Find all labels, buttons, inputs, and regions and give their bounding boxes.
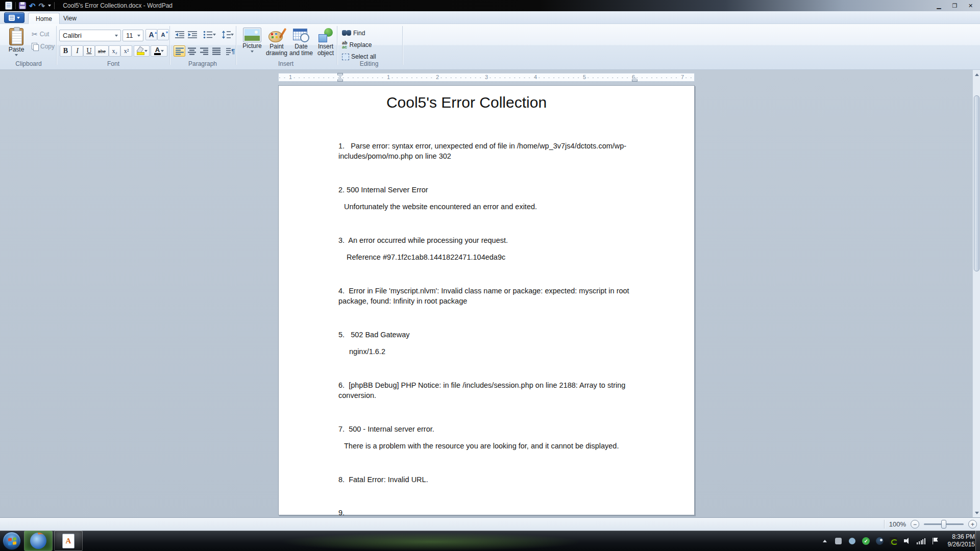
tab-home[interactable]: Home	[28, 13, 60, 24]
object-icon	[317, 28, 334, 42]
show-desktop-button[interactable]	[975, 531, 980, 551]
chevron-down-icon	[17, 17, 20, 19]
zoom-in-button[interactable]: +	[968, 520, 977, 529]
increase-indent-button[interactable]	[186, 29, 198, 40]
bold-button[interactable]: B	[60, 45, 71, 57]
insert-object-button[interactable]: Insert object	[313, 26, 338, 66]
document-title: Cool5's Error Collection	[386, 94, 547, 111]
font-color-icon: A	[154, 47, 161, 55]
qat-customize-dropdown[interactable]	[48, 5, 51, 7]
tray-nvidia-button[interactable]	[890, 537, 898, 545]
align-left-icon	[175, 47, 184, 55]
scroll-up-button[interactable]	[973, 70, 980, 79]
grow-font-button[interactable]: A▲	[145, 29, 157, 40]
close-button[interactable]: ✕	[963, 1, 978, 10]
taskbar-firefox-button[interactable]	[24, 531, 53, 551]
tray-volume-button[interactable]	[903, 537, 912, 545]
paste-label: Paste	[9, 46, 24, 53]
copy-button[interactable]: Copy	[31, 41, 56, 52]
superscript-button[interactable]: x²	[120, 45, 132, 57]
text-highlight-button[interactable]	[134, 45, 150, 57]
italic-button[interactable]: I	[71, 45, 83, 57]
tray-icon-misc-1[interactable]	[835, 537, 843, 545]
document-page[interactable]: Cool5's Error Collection 1. Parse error:…	[278, 85, 695, 515]
tray-misc-icon	[835, 538, 842, 544]
cut-icon: ✂	[32, 30, 38, 38]
taskbar-clock[interactable]: 8:36 PM 9/26/2015	[945, 533, 975, 548]
group-separator	[337, 26, 337, 65]
wordpad-app-icon[interactable]	[5, 2, 12, 10]
strikethrough-icon: abe	[98, 48, 106, 54]
document-line: 1. Parse error: syntax error, unexpected…	[338, 141, 626, 151]
windows-flag-icon	[8, 537, 16, 545]
italic-icon: I	[76, 47, 79, 55]
ruler-number: 5	[581, 74, 587, 81]
justify-button[interactable]	[210, 45, 222, 57]
group-separator	[236, 26, 236, 65]
system-tray: ✓ 8:36 PM 9/26/2015	[821, 531, 975, 551]
maximize-button[interactable]: ❐	[947, 1, 962, 10]
signal-bars-icon	[917, 538, 925, 544]
subscript-icon: x₂	[112, 47, 117, 55]
ruler-number: 3	[483, 74, 489, 81]
scrollbar-thumb[interactable]	[974, 95, 979, 271]
chevron-down-icon	[213, 34, 216, 36]
align-right-button[interactable]	[198, 45, 210, 57]
list-button[interactable]	[201, 29, 218, 40]
window-title: Cool5's Error Collection.docx - WordPad	[63, 2, 173, 9]
tray-network-button[interactable]	[917, 537, 925, 545]
vertical-scrollbar[interactable]	[972, 70, 980, 517]
document-line: 5. 502 Bad Gateway	[338, 330, 409, 339]
minimize-button[interactable]: ▁	[932, 1, 946, 10]
font-group-label: Font	[107, 60, 119, 67]
left-indent-marker[interactable]	[337, 73, 342, 82]
tab-view[interactable]: View	[56, 13, 84, 24]
document-line: There is a problem with the resource you…	[344, 441, 619, 450]
zoom-slider[interactable]	[924, 523, 964, 525]
document-line: 2. 500 Internal Server Error	[338, 185, 428, 194]
tray-icon-misc-2[interactable]	[848, 537, 856, 545]
start-button[interactable]	[3, 532, 21, 550]
cut-button[interactable]: ✂Cut	[31, 29, 50, 39]
find-label: Find	[353, 30, 365, 37]
strikethrough-button[interactable]: abe	[95, 45, 109, 57]
shrink-font-button[interactable]: A▼	[157, 29, 169, 40]
undo-button[interactable]: ↶	[29, 2, 36, 10]
taskbar-wordpad-button[interactable]: A	[54, 531, 83, 551]
zoom-slider-thumb[interactable]	[941, 520, 946, 529]
find-button[interactable]: Find	[341, 28, 366, 38]
binoculars-icon	[342, 30, 351, 36]
align-left-button[interactable]	[174, 45, 185, 57]
chevron-down-icon	[115, 35, 118, 37]
zoom-out-button[interactable]: −	[911, 520, 919, 529]
redo-button[interactable]: ↷	[39, 2, 45, 10]
chevron-up-icon	[823, 540, 827, 542]
font-family-combo[interactable]: Calibri	[59, 30, 121, 41]
taskbar: A ✓ 8:36 PM 9/26/2015	[0, 531, 980, 551]
select-all-label: Select all	[351, 53, 376, 60]
insert-picture-button[interactable]: Picture	[240, 26, 264, 66]
subscript-button[interactable]: x₂	[109, 45, 120, 57]
speaker-icon	[903, 537, 912, 545]
paragraph-dialog-button[interactable]: ¶	[225, 45, 236, 57]
font-size-combo[interactable]: 11	[122, 30, 143, 41]
show-hidden-icons-button[interactable]	[821, 537, 829, 545]
scroll-down-button[interactable]	[973, 509, 980, 517]
wordpad-window: ↶ ↷ Cool5's Error Collection.docx - Word…	[0, 0, 980, 551]
document-line: conversion.	[338, 391, 376, 400]
paste-icon	[9, 28, 23, 45]
pilcrow-icon: ¶	[231, 47, 235, 55]
tray-action-center-button[interactable]	[931, 537, 939, 545]
font-color-button[interactable]: A	[151, 45, 167, 57]
underline-button[interactable]: U	[83, 45, 95, 57]
replace-button[interactable]: abac Replace	[341, 40, 373, 50]
document-line: package, found: Infinity in root package	[338, 296, 467, 306]
tray-steam-button[interactable]	[876, 537, 884, 545]
align-center-button[interactable]	[186, 45, 198, 57]
document-line: 7. 500 - Internal server error.	[338, 424, 434, 434]
wordpad-menu-button[interactable]	[4, 12, 24, 23]
tray-antivirus-button[interactable]: ✓	[862, 537, 870, 545]
save-button[interactable]	[19, 2, 26, 9]
decrease-indent-button[interactable]	[174, 29, 185, 40]
line-spacing-button[interactable]	[219, 29, 236, 40]
